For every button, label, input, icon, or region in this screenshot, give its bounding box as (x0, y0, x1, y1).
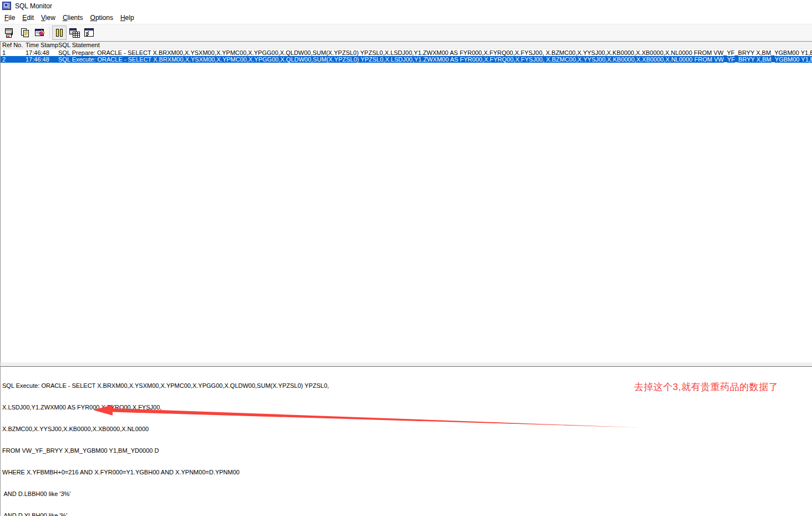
title-bar: SQL Monitor (0, 0, 812, 12)
sql-monitor-window: SQL Monitor File Edit View Clients Optio… (0, 0, 812, 516)
row-statement: SQL Prepare: ORACLE - SELECT X.BRXM00,X.… (58, 49, 812, 56)
sql-line: AND D.YLBH00 like '%' (2, 512, 812, 516)
column-sql-statement[interactable]: SQL Statement (58, 42, 812, 49)
table-row-2-selected[interactable]: 2 17:46:48 SQL Execute: ORACLE - SELECT … (1, 56, 812, 63)
sql-line-lbbh-filter: AND D.LBBH00 like '3%' (2, 490, 812, 498)
sql-line: X.LSDJ00,Y1.ZWXM00 AS FYR000,X.FYRQ00,X.… (2, 404, 812, 411)
options-checklist-button[interactable] (82, 26, 97, 40)
window-title: SQL Monitor (15, 2, 52, 10)
copy-button[interactable] (18, 26, 32, 40)
toolbar-separator (49, 27, 50, 39)
copy-icon (19, 28, 31, 38)
app-magnifier-icon (2, 2, 12, 11)
menu-edit[interactable]: Edit (19, 13, 38, 23)
menu-view[interactable]: View (38, 13, 60, 23)
menu-options[interactable]: Options (88, 13, 118, 23)
table-row-1[interactable]: 1 17:46:48 SQL Prepare: ORACLE - SELECT … (1, 49, 812, 56)
row-statement: SQL Execute: ORACLE - SELECT X.BRXM00,X.… (58, 56, 812, 63)
toolbar (0, 24, 812, 41)
column-time-stamp[interactable]: Time Stamp (26, 42, 58, 49)
pause-button[interactable] (52, 26, 67, 40)
menu-clients[interactable]: Clients (60, 13, 88, 23)
clear-edit-button[interactable] (33, 26, 47, 40)
list-header: Ref No. Time Stamp SQL Statement (1, 42, 812, 49)
client-capture-button[interactable] (3, 26, 17, 40)
options-checklist-icon (84, 28, 95, 38)
sql-line: WHERE X.YFBMBH+0=216 AND X.FYR000=Y1.YGB… (2, 469, 812, 476)
menu-file[interactable]: File (2, 13, 19, 23)
row-time: 17:46:48 (26, 49, 58, 56)
sql-line: X.BZMC00,X.YYSJ00,X.KB0000,X.XB0000,X.NL… (2, 426, 812, 433)
row-time: 17:46:48 (26, 56, 58, 63)
pause-icon (55, 28, 64, 38)
sql-statement-list[interactable]: Ref No. Time Stamp SQL Statement 1 17:46… (0, 41, 812, 362)
annotation-note: 去掉这个3,就有贵重药品的数据了 (634, 381, 778, 393)
cascade-grid-button[interactable] (67, 26, 82, 40)
row-ref: 1 (1, 49, 26, 56)
clear-edit-icon (34, 28, 46, 38)
cascade-grid-icon (69, 28, 80, 38)
menu-help[interactable]: Help (118, 13, 139, 23)
row-ref: 2 (1, 56, 26, 63)
menu-bar: File Edit View Clients Options Help (0, 12, 812, 24)
column-ref-no[interactable]: Ref No. (1, 42, 26, 49)
sql-line: FROM VW_YF_BRYY X,BM_YGBM00 Y1,BM_YD0000… (2, 447, 812, 454)
splitter[interactable] (0, 362, 812, 366)
client-capture-icon (4, 28, 16, 38)
